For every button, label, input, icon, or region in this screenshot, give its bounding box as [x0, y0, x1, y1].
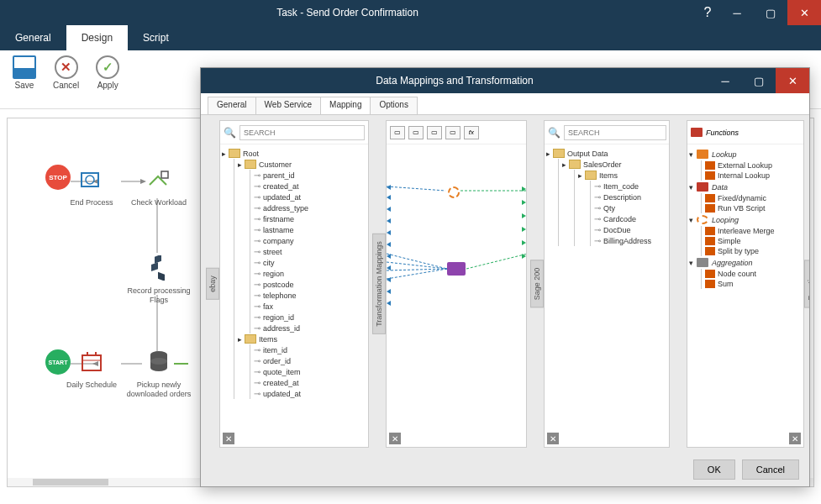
tree-field[interactable]: ⊸region_id — [254, 312, 366, 323]
tree-field[interactable]: ⊸address_type — [254, 202, 366, 213]
tree-field[interactable]: ⊸quote_item — [254, 366, 366, 377]
panel-close-icon[interactable]: ✕ — [547, 433, 559, 444]
source-vtab[interactable]: ebay — [206, 268, 219, 300]
record-flags-node[interactable]: Record processing Flags — [125, 253, 192, 305]
tree-field[interactable]: ⊸item_id — [254, 344, 366, 355]
dialog-minimize-button[interactable]: ─ — [708, 68, 742, 93]
tab-general[interactable]: General — [0, 25, 66, 50]
daily-schedule-node[interactable]: Daily Schedule — [58, 347, 125, 390]
dialog-body: ebay 🔍 ▸Root ▸Customer ⊸parent_id⊸create… — [201, 115, 809, 453]
tree-field[interactable]: ⊸fax — [254, 301, 366, 312]
functions-tree[interactable]: ▾Lookup External LookupInternal Lookup ▾… — [687, 144, 803, 447]
dialog-footer: OK Cancel — [201, 453, 809, 486]
function-item[interactable]: External Lookup — [705, 160, 802, 171]
tree-field[interactable]: ⊸postcode — [254, 279, 366, 290]
function-item[interactable]: Simple — [705, 236, 802, 246]
function-item[interactable]: Node count — [705, 269, 802, 279]
svg-line-25 — [387, 262, 447, 269]
tree-field[interactable]: ⊸Qty — [594, 202, 667, 213]
apply-icon: ✓ — [96, 55, 119, 79]
panel-close-icon[interactable]: ✕ — [789, 433, 801, 444]
tree-field[interactable]: ⊸created_at — [254, 377, 366, 388]
svg-rect-13 — [151, 262, 158, 271]
tree-field[interactable]: ⊸BillingAddress — [594, 235, 667, 246]
function-item[interactable]: Interleave Merge — [705, 226, 802, 236]
end-process-node[interactable]: End Process — [58, 165, 125, 207]
functions-vtab[interactable]: Functions — [804, 260, 809, 307]
dlg-tab-options[interactable]: Options — [370, 97, 417, 114]
function-item[interactable]: Fixed/dynamic — [705, 193, 802, 203]
function-item[interactable]: Split by type — [705, 246, 802, 256]
tool-icon[interactable]: ▭ — [408, 126, 424, 139]
dialog-cancel-button[interactable]: Cancel — [742, 459, 799, 480]
cancel-button[interactable]: ✕ Cancel — [53, 55, 79, 103]
dlg-tab-mapping[interactable]: Mapping — [320, 97, 371, 114]
tree-field[interactable]: ⊸order_id — [254, 355, 366, 366]
dlg-tab-webservice[interactable]: Web Service — [255, 97, 322, 114]
window-title: Task - Send Order Confirmation — [0, 7, 695, 18]
panel-close-icon[interactable]: ✕ — [223, 433, 234, 444]
dialog-titlebar: Data Mappings and Transformation ─ ▢ ✕ — [201, 68, 809, 93]
fx-icon[interactable]: fx — [464, 126, 479, 139]
dlg-tab-general[interactable]: General — [208, 97, 256, 114]
tool-icon[interactable]: ▭ — [427, 126, 442, 139]
transform-vtab[interactable]: Transformation Mappings — [372, 234, 386, 334]
function-item[interactable]: Internal Lookup — [705, 171, 802, 181]
svg-point-22 — [150, 365, 167, 371]
minimize-button[interactable]: ─ — [720, 0, 754, 25]
tree-field[interactable]: ⊸firstname — [254, 213, 366, 224]
function-item[interactable]: Sum — [705, 279, 802, 289]
target-vtab[interactable]: Sage 200 — [530, 260, 544, 308]
dialog-tabs: General Web Service Mapping Options — [201, 93, 809, 115]
tree-field[interactable]: ⊸street — [254, 246, 366, 257]
loop-function-node[interactable] — [448, 186, 460, 198]
transformation-panel: Transformation Mappings ▭ ▭ ▭ ▭ fx — [386, 120, 527, 448]
tab-script[interactable]: Script — [128, 25, 184, 50]
source-tree[interactable]: ▸Root ▸Customer ⊸parent_id⊸created_at⊸up… — [220, 144, 368, 447]
maximize-button[interactable]: ▢ — [754, 0, 787, 25]
source-search-input[interactable] — [239, 125, 365, 140]
close-button[interactable]: ✕ — [787, 0, 821, 25]
data-icon — [697, 182, 708, 192]
tree-field[interactable]: ⊸parent_id — [254, 170, 366, 181]
functions-icon — [691, 128, 703, 137]
svg-point-11 — [86, 176, 94, 184]
tree-field[interactable]: ⊸Item_code — [594, 181, 667, 192]
target-tree[interactable]: ▸Output Data ▸SalesOrder ▸Items ⊸Item_co… — [545, 144, 669, 447]
svg-rect-16 — [82, 355, 101, 370]
apply-button[interactable]: ✓ Apply — [96, 55, 119, 103]
tab-design[interactable]: Design — [66, 25, 128, 50]
tree-field[interactable]: ⊸region — [254, 268, 366, 279]
main-titlebar: Task - Send Order Confirmation ? ─ ▢ ✕ — [0, 0, 821, 25]
tree-field[interactable]: ⊸company — [254, 235, 366, 246]
cubes-icon — [144, 253, 174, 283]
tree-field[interactable]: ⊸updated_at — [254, 388, 366, 399]
function-item[interactable]: Run VB Script — [705, 203, 802, 213]
ok-button[interactable]: OK — [693, 459, 735, 480]
panel-close-icon[interactable]: ✕ — [389, 433, 401, 444]
dialog-maximize-button[interactable]: ▢ — [742, 68, 776, 93]
script-function-node[interactable] — [447, 262, 466, 276]
pickup-orders-node[interactable]: Pickup newly downloaded orders — [125, 347, 192, 399]
target-search-input[interactable] — [564, 125, 666, 140]
tree-field[interactable]: ⊸DocDue — [594, 224, 667, 235]
lookup-icon — [697, 150, 708, 159]
tree-field[interactable]: ⊸city — [254, 257, 366, 268]
tree-field[interactable]: ⊸address_id — [254, 323, 366, 333]
tree-field[interactable]: ⊸Description — [594, 192, 667, 202]
mapping-canvas[interactable] — [387, 144, 526, 447]
tool-icon[interactable]: ▭ — [390, 126, 405, 139]
tree-field[interactable]: ⊸Cardcode — [594, 213, 667, 224]
dialog-close-button[interactable]: ✕ — [776, 68, 809, 93]
tool-icon[interactable]: ▭ — [445, 126, 460, 139]
save-button[interactable]: Save — [13, 55, 36, 103]
tree-field[interactable]: ⊸telephone — [254, 290, 366, 301]
help-button[interactable]: ? — [695, 5, 720, 20]
calendar-icon — [76, 347, 107, 377]
tree-field[interactable]: ⊸created_at — [254, 181, 366, 192]
svg-rect-12 — [161, 171, 168, 178]
check-workload-node[interactable]: Check Workload — [125, 165, 192, 207]
gear-icon — [76, 165, 107, 195]
tree-field[interactable]: ⊸updated_at — [254, 192, 366, 202]
tree-field[interactable]: ⊸lastname — [254, 224, 366, 235]
